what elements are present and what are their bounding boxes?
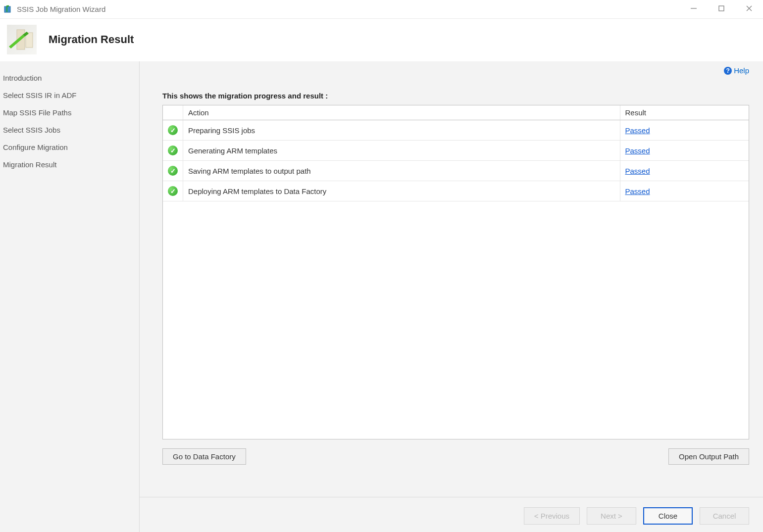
minimize-button[interactable] [689,5,699,14]
help-link[interactable]: ? Help [724,66,749,75]
sidebar-item-migration-result[interactable]: Migration Result [3,156,139,173]
sidebar-item-configure-migration[interactable]: Configure Migration [3,139,139,156]
close-button[interactable]: Close [643,507,693,525]
help-label: Help [734,66,749,75]
window-title: SSIS Job Migration Wizard [17,5,105,13]
check-icon: ✓ [168,166,178,176]
table-row: ✓ Saving ARM templates to output path Pa… [163,161,749,181]
sidebar-item-introduction[interactable]: Introduction [3,69,139,87]
result-link[interactable]: Passed [625,126,650,135]
go-to-data-factory-button[interactable]: Go to Data Factory [162,448,246,465]
previous-button: < Previous [524,507,580,525]
app-icon [4,5,13,14]
result-link[interactable]: Passed [625,167,650,175]
check-icon: ✓ [168,186,178,196]
title-bar: SSIS Job Migration Wizard [0,0,763,19]
action-cell: Deploying ARM templates to Data Factory [183,181,620,201]
wizard-logo-icon [7,25,37,54]
column-header-result: Result [620,105,749,120]
svg-rect-2 [719,6,724,11]
column-header-status-icon [163,105,183,120]
page-title: Migration Result [49,33,134,46]
action-cell: Preparing SSIS jobs [183,120,620,141]
results-table-container: Action Result ✓ Preparing SSIS jobs Pass… [162,105,749,439]
panel-caption: This shows the migration progress and re… [162,92,749,100]
cancel-button: Cancel [700,507,749,525]
table-row: ✓ Deploying ARM templates to Data Factor… [163,181,749,201]
maximize-button[interactable] [716,5,726,14]
open-output-path-button[interactable]: Open Output Path [668,448,749,465]
wizard-steps-sidebar: Introduction Select SSIS IR in ADF Map S… [0,61,140,532]
content-pane: ? Help This shows the migration progress… [140,61,763,532]
result-link[interactable]: Passed [625,187,650,195]
sidebar-item-select-ssis-jobs[interactable]: Select SSIS Jobs [3,121,139,139]
table-row: ✓ Preparing SSIS jobs Passed [163,120,749,141]
table-row: ✓ Generating ARM templates Passed [163,141,749,161]
next-button: Next > [587,507,636,525]
result-link[interactable]: Passed [625,146,650,155]
sidebar-item-map-file-paths[interactable]: Map SSIS File Paths [3,104,139,121]
wizard-footer: < Previous Next > Close Cancel [140,497,763,532]
action-cell: Generating ARM templates [183,141,620,161]
column-header-action: Action [183,105,620,120]
page-header: Migration Result [0,19,763,61]
check-icon: ✓ [168,125,178,135]
close-window-button[interactable] [744,5,754,14]
results-table: Action Result ✓ Preparing SSIS jobs Pass… [163,105,749,201]
sidebar-item-select-ssis-ir[interactable]: Select SSIS IR in ADF [3,87,139,104]
help-icon: ? [724,67,732,75]
check-icon: ✓ [168,145,178,155]
action-cell: Saving ARM templates to output path [183,161,620,181]
